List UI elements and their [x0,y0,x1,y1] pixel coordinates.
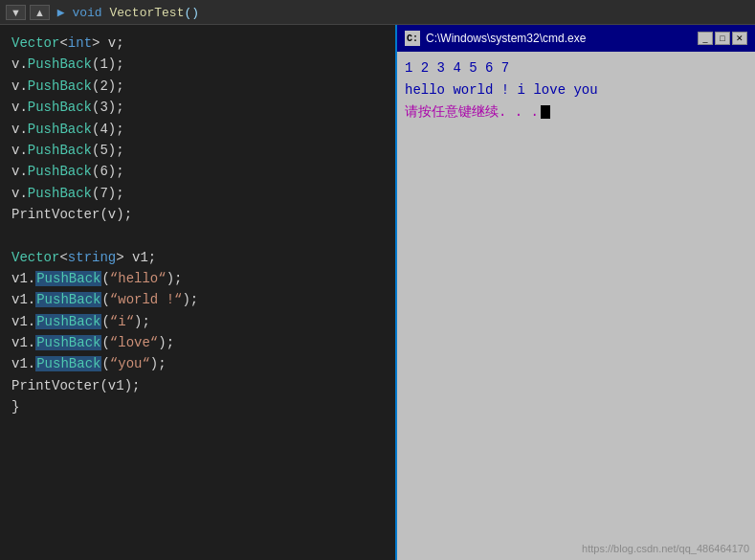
cmd-output-line: 1 2 3 4 5 6 7 [405,57,747,79]
dropdown-button[interactable]: ▼ [6,5,26,20]
code-line: v.PushBack(3); [0,97,395,118]
code-line: v1.PushBack(“love“); [0,332,395,353]
cursor-block [541,105,550,119]
code-line: v1.PushBack(“hello“); [0,268,395,289]
code-line: v.PushBack(2); [0,76,395,97]
code-panel: Vector<int> v;v.PushBack(1);v.PushBack(2… [0,25,397,560]
minimize-button[interactable]: _ [698,32,713,45]
cmd-titlebar: C: C:\Windows\system32\cmd.exe _ □ ✕ [397,25,755,52]
toolbar: ▼ ▲ ▶ void VectorTest() [0,0,755,25]
cmd-panel: C: C:\Windows\system32\cmd.exe _ □ ✕ 1 2… [397,25,755,560]
code-line: v.PushBack(6); [0,161,395,182]
code-line: v1.PushBack(“world !“); [0,289,395,310]
maximize-button[interactable]: □ [715,32,730,45]
up-arrow-button[interactable]: ▲ [30,5,50,20]
down-arrow-icon: ▼ [11,7,21,18]
main-area: Vector<int> v;v.PushBack(1);v.PushBack(2… [0,25,755,560]
function-display: ▶ void VectorTest() [57,5,199,20]
cmd-output-line: 请按任意键继续. . . [405,101,747,123]
code-line: v.PushBack(7); [0,183,395,204]
cmd-title: C:\Windows\system32\cmd.exe [426,32,692,45]
code-empty-line [0,226,395,247]
close-button[interactable]: ✕ [732,32,747,45]
code-line: PrintVocter(v1); [0,375,395,396]
cmd-watermark: https://blog.csdn.net/qq_486464170 [582,543,749,554]
code-line: v1.PushBack(“you“); [0,353,395,374]
cmd-icon: C: [405,31,420,46]
cmd-body: 1 2 3 4 5 6 7hello world ! i love you请按任… [397,52,755,560]
code-line: v.PushBack(1); [0,54,395,75]
code-line: v.PushBack(5); [0,140,395,161]
cmd-output-line: hello world ! i love you [405,79,747,101]
cmd-controls: _ □ ✕ [698,32,747,45]
closing-brace-line: } [0,396,395,417]
code-line: v1.PushBack(“i“); [0,311,395,332]
code-line: Vector<int> v; [0,33,395,54]
code-line: Vector<string> v1; [0,247,395,268]
code-line: v.PushBack(4); [0,119,395,140]
up-arrow-icon: ▲ [34,7,45,18]
code-line: PrintVocter(v); [0,204,395,225]
